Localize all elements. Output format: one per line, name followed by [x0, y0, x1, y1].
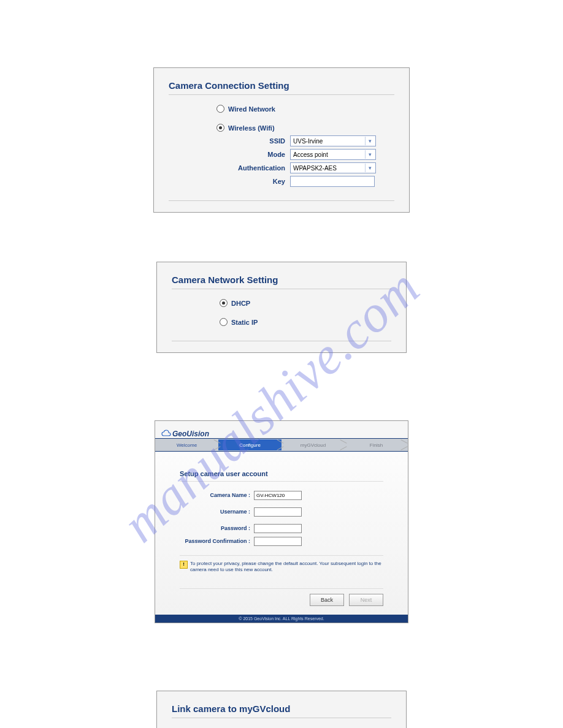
divider	[172, 341, 391, 341]
mode-select[interactable]: Access point ▾	[290, 149, 376, 160]
select-value: WPAPSK2-AES	[293, 165, 337, 172]
wizard-stepbar: Welcome Configure myGVcloud Finish	[155, 438, 408, 452]
camera-network-panel: Camera Network Setting DHCP Static IP	[156, 262, 407, 353]
wizard-section-title: Setup camera user account	[180, 470, 383, 482]
chevron-down-icon: ▾	[365, 150, 374, 159]
auth-select[interactable]: WPAPSK2-AES ▾	[290, 162, 376, 173]
auth-label: Authentication	[169, 164, 285, 172]
step-welcome[interactable]: Welcome	[155, 439, 218, 451]
key-label: Key	[169, 178, 285, 185]
mode-label: Mode	[169, 151, 285, 158]
step-finish: Finish	[345, 439, 408, 451]
username-label: Username :	[180, 509, 250, 515]
privacy-note: ! To protect your privacy, please change…	[180, 555, 383, 574]
radio-icon	[216, 124, 224, 132]
copyright-footer: © 2015 GeoVision Inc. ALL Rights Reserve…	[155, 615, 408, 623]
ssid-label: SSID	[169, 137, 285, 145]
password-confirm-input[interactable]	[254, 537, 302, 546]
wizard-buttons: Back Next	[180, 588, 383, 606]
password-confirm-label: Password Confirmation :	[180, 539, 250, 545]
option-label: Static IP	[231, 319, 258, 326]
radio-icon	[220, 299, 228, 307]
brand-logo: GeoUision	[161, 430, 209, 438]
camera-name-input[interactable]: GV-HCW120	[254, 491, 302, 500]
select-value: Access point	[293, 151, 328, 158]
cloud-icon	[161, 430, 171, 438]
step-configure[interactable]: Configure	[218, 439, 282, 451]
ssid-select[interactable]: UVS-Irvine ▾	[290, 135, 376, 146]
key-input[interactable]	[290, 176, 375, 187]
setup-wizard-panel: GeoUision Welcome Configure myGVcloud Fi…	[155, 420, 408, 623]
input-value: GV-HCW120	[256, 493, 285, 498]
panel-title: Link camera to myGVcloud	[172, 703, 391, 718]
password-label: Password :	[180, 526, 250, 532]
create-account-option[interactable]: Create a new myGVcloud account.	[220, 726, 391, 728]
note-text: To protect your privacy, please change t…	[190, 561, 383, 574]
wired-network-option[interactable]: Wired Network	[216, 102, 394, 115]
option-label: Wired Network	[228, 105, 275, 113]
radio-icon	[220, 318, 228, 326]
warning-icon: !	[180, 561, 188, 569]
wireless-option[interactable]: Wireless (Wifi)	[216, 121, 394, 134]
panel-title: Camera Connection Setting	[169, 80, 394, 95]
static-ip-option[interactable]: Static IP	[220, 316, 391, 328]
next-button[interactable]: Next	[349, 594, 383, 606]
select-value: UVS-Irvine	[293, 138, 323, 145]
step-mygvcloud: myGVcloud	[282, 439, 345, 451]
link-mygvcloud-panel: Link camera to myGVcloud Create a new my…	[156, 691, 407, 728]
back-button[interactable]: Back	[310, 594, 344, 606]
camera-connection-panel: Camera Connection Setting Wired Network …	[153, 67, 410, 213]
option-label: Wireless (Wifi)	[228, 124, 275, 132]
divider	[169, 200, 394, 201]
option-label: DHCP	[231, 300, 250, 307]
chevron-down-icon: ▾	[365, 137, 374, 145]
camera-name-label: Camera Name :	[180, 493, 250, 499]
username-input[interactable]	[254, 507, 302, 517]
dhcp-option[interactable]: DHCP	[220, 297, 391, 309]
brand-text: GeoUision	[172, 430, 209, 438]
chevron-down-icon: ▾	[365, 164, 374, 172]
brand-header: GeoUision	[155, 421, 408, 438]
radio-icon	[216, 105, 224, 113]
password-input[interactable]	[254, 524, 302, 533]
panel-title: Camera Network Setting	[172, 275, 391, 289]
